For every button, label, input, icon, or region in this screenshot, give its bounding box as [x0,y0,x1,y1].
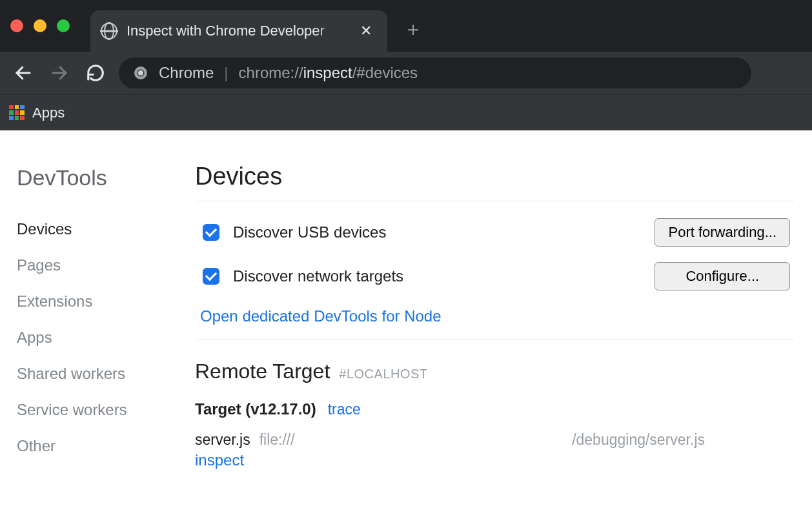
minimize-window-button[interactable] [34,19,46,32]
maximize-window-button[interactable] [57,19,70,32]
sidebar: DevTools Devices Pages Extensions Apps S… [17,150,165,469]
target-file-path: /debugging/server.js [572,431,795,449]
window-controls [10,19,70,32]
sidebar-item-devices[interactable]: Devices [17,211,165,247]
sidebar-item-other[interactable]: Other [17,428,165,464]
trace-link[interactable]: trace [328,401,361,418]
browser-tab[interactable]: Inspect with Chrome Developer ✕ [90,10,387,52]
tab-strip: Inspect with Chrome Developer ✕ ＋ [0,0,812,52]
globe-icon [101,23,117,39]
svg-point-4 [138,70,143,76]
new-tab-button[interactable]: ＋ [400,16,426,42]
port-forwarding-button[interactable]: Port forwarding... [655,218,790,247]
close-window-button[interactable] [10,19,23,32]
omnibox-separator: | [224,64,228,82]
discover-usb-label[interactable]: Discover USB devices [233,223,386,241]
omnibox-source-label: Chrome [159,64,214,82]
divider [195,340,795,340]
inspect-link[interactable]: inspect [195,451,244,469]
main-content: Devices Discover USB devices Port forwar… [195,150,795,469]
tab-title: Inspect with Chrome Developer [127,23,349,39]
close-tab-button[interactable]: ✕ [358,23,374,39]
browser-toolbar: Chrome | chrome://inspect/#devices [0,52,812,94]
sidebar-item-service-workers[interactable]: Service workers [17,392,165,428]
target-file-scheme: file:/// [259,431,295,449]
apps-shortcut[interactable]: Apps [9,105,65,121]
chrome-icon [133,65,148,81]
open-node-devtools-link[interactable]: Open dedicated DevTools for Node [195,303,447,340]
back-button[interactable] [10,60,36,86]
sidebar-item-extensions[interactable]: Extensions [17,283,165,320]
sidebar-title: DevTools [17,165,165,190]
remote-target-host: #LOCALHOST [339,367,427,382]
configure-button[interactable]: Configure... [655,262,790,290]
address-bar[interactable]: Chrome | chrome://inspect/#devices [119,57,751,88]
target-name: Target (v12.17.0) [195,400,316,418]
discover-network-label[interactable]: Discover network targets [233,267,403,285]
sidebar-item-shared-workers[interactable]: Shared workers [17,356,165,392]
bookmarks-bar: Apps [0,94,812,130]
target-file-name: server.js [195,431,250,449]
apps-label: Apps [32,105,65,121]
sidebar-item-apps[interactable]: Apps [17,320,165,356]
forward-button[interactable] [46,60,72,86]
discover-network-checkbox[interactable] [203,268,219,285]
reload-button[interactable] [83,60,108,86]
page-heading: Devices [195,163,795,190]
omnibox-url: chrome://inspect/#devices [239,64,418,82]
discover-usb-checkbox[interactable] [203,224,219,241]
sidebar-item-pages[interactable]: Pages [17,247,165,283]
remote-target-heading: Remote Target [195,360,330,383]
apps-grid-icon [9,105,25,121]
